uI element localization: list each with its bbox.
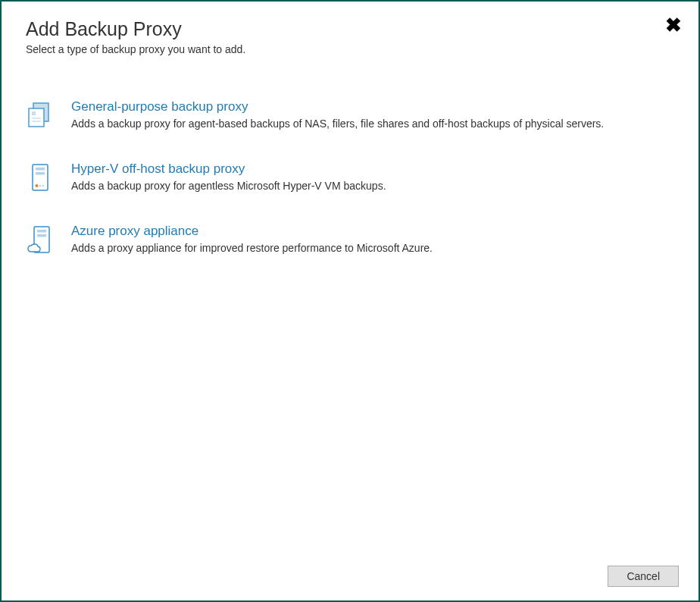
svg-rect-6 bbox=[36, 168, 45, 171]
option-description: Adds a backup proxy for agentless Micros… bbox=[71, 180, 674, 192]
option-link-hyper-v[interactable]: Hyper-V off-host backup proxy bbox=[71, 161, 674, 177]
option-text: Azure proxy appliance Adds a proxy appli… bbox=[71, 224, 674, 254]
cancel-button[interactable]: Cancel bbox=[608, 566, 679, 587]
option-link-azure[interactable]: Azure proxy appliance bbox=[71, 224, 674, 239]
option-text: General-purpose backup proxy Adds a back… bbox=[71, 99, 674, 130]
dialog-header: Add Backup Proxy Select a type of backup… bbox=[2, 2, 698, 63]
option-link-general-purpose[interactable]: General-purpose backup proxy bbox=[71, 99, 674, 114]
proxy-options-list: General-purpose backup proxy Adds a back… bbox=[2, 63, 698, 254]
dialog-footer: Cancel bbox=[608, 566, 679, 587]
option-description: Adds a proxy appliance for improved rest… bbox=[71, 242, 674, 254]
option-description: Adds a backup proxy for agent-based back… bbox=[71, 118, 674, 130]
svg-point-10 bbox=[42, 185, 44, 187]
server-icon bbox=[26, 163, 55, 192]
option-hyper-v: Hyper-V off-host backup proxy Adds a bac… bbox=[26, 161, 674, 192]
svg-rect-1 bbox=[29, 108, 44, 127]
svg-point-9 bbox=[39, 185, 41, 187]
option-azure: Azure proxy appliance Adds a proxy appli… bbox=[26, 224, 674, 254]
option-text: Hyper-V off-host backup proxy Adds a bac… bbox=[71, 161, 674, 192]
svg-rect-13 bbox=[37, 234, 46, 237]
svg-rect-2 bbox=[32, 111, 36, 115]
svg-point-8 bbox=[36, 184, 39, 187]
svg-rect-7 bbox=[36, 172, 45, 175]
dialog-title: Add Backup Proxy bbox=[26, 18, 674, 40]
svg-rect-12 bbox=[37, 230, 46, 233]
option-general-purpose: General-purpose backup proxy Adds a back… bbox=[26, 99, 674, 130]
server-cloud-icon bbox=[26, 225, 55, 254]
document-stack-icon bbox=[26, 101, 55, 130]
close-icon[interactable]: ✖ bbox=[665, 15, 682, 35]
dialog-subtitle: Select a type of backup proxy you want t… bbox=[26, 43, 674, 55]
add-backup-proxy-dialog: ✖ Add Backup Proxy Select a type of back… bbox=[2, 2, 698, 600]
